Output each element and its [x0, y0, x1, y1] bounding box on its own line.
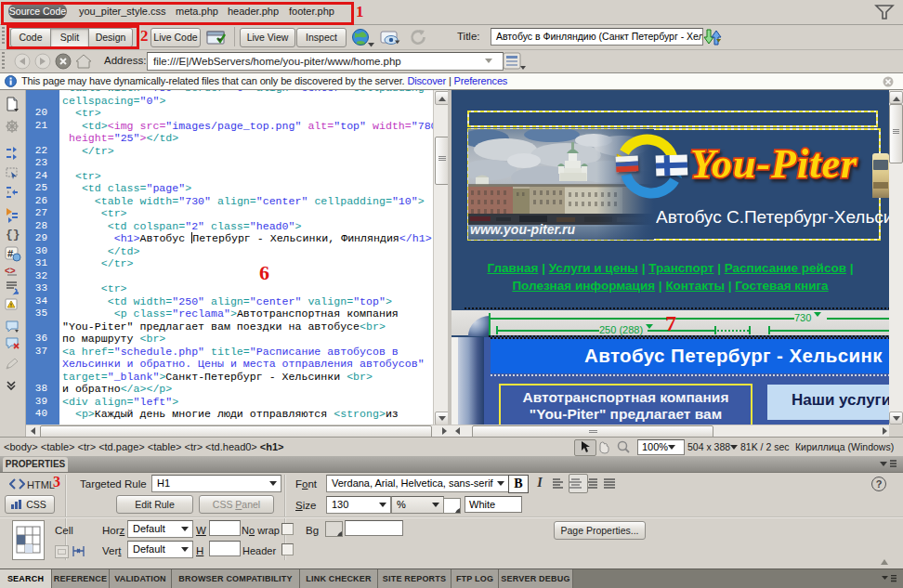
- svg-text:{}: {}: [6, 228, 20, 241]
- svg-text:#: #: [7, 248, 13, 259]
- svg-text:You-Piter: You-Piter: [690, 141, 857, 187]
